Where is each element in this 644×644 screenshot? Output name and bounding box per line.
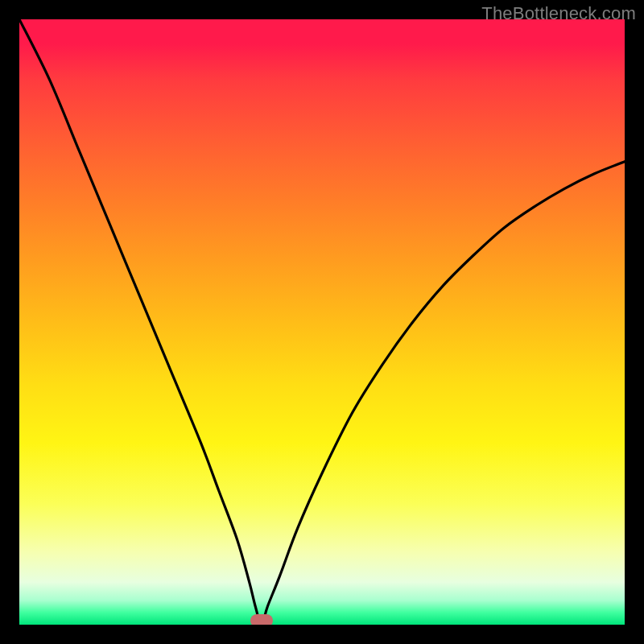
plot-area [19, 19, 625, 625]
watermark-text: TheBottleneck.com [481, 3, 636, 24]
optimum-marker [250, 614, 273, 625]
bottleneck-curve [19, 19, 625, 625]
chart-frame: TheBottleneck.com [0, 0, 644, 644]
